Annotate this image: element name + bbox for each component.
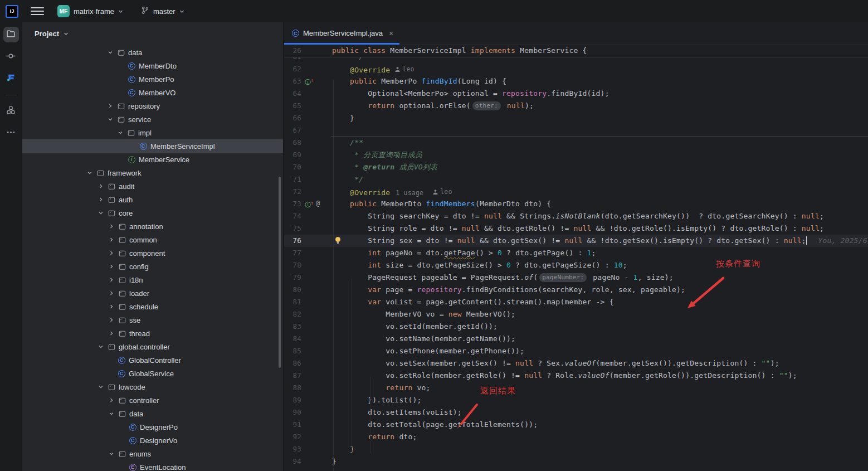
code-line-64[interactable]: 64 Optional<MemberPo> optional = reposit… <box>284 88 868 100</box>
tree-item-designervo[interactable]: CDesignerVo <box>22 434 283 447</box>
tree-item-sse[interactable]: sse <box>22 313 283 327</box>
code-line-87[interactable]: 87 vo.setRole(member.getRole() != null ?… <box>284 370 868 382</box>
tree-item-data[interactable]: data <box>22 46 283 59</box>
code-line-63[interactable]: 63I↑ public MemberPo findById(Long id) { <box>284 75 868 88</box>
tree-item-eventlocation[interactable]: EEventLocation <box>22 460 283 471</box>
project-tool-button[interactable] <box>3 27 19 42</box>
chevron-right-icon[interactable] <box>107 262 116 271</box>
usages-inlay[interactable]: 1 usage <box>396 189 423 197</box>
tree-item-auth[interactable]: auth <box>22 193 283 206</box>
code-line-74[interactable]: 74 String searchKey = dto != null && Str… <box>284 210 868 222</box>
hamburger-icon[interactable] <box>31 4 44 18</box>
tree-item-globalservice[interactable]: CGlobalService <box>22 367 283 380</box>
code-line-76[interactable]: 76 String sex = dto != null && dto.getSe… <box>284 235 868 247</box>
annotation-at-icon[interactable]: @ <box>316 200 320 207</box>
tree-item-i18n[interactable]: i18n <box>22 273 283 287</box>
code-line-75[interactable]: 75 String role = dto != null && dto.getR… <box>284 222 868 235</box>
code-line-84[interactable]: 84 vo.setName(member.getName()); <box>284 333 868 345</box>
code-line-79[interactable]: 79 PageRequest pageable = PageRequest.of… <box>284 271 868 284</box>
tree-item-repository[interactable]: repository <box>22 99 283 113</box>
chevron-down-icon[interactable] <box>107 449 116 458</box>
tree-item-schedule[interactable]: schedule <box>22 300 283 313</box>
tree-item-membervo[interactable]: CMemberVO <box>22 86 283 99</box>
code-line-88[interactable]: 88 return vo; <box>284 382 868 394</box>
chevron-down-icon[interactable] <box>106 48 115 57</box>
code-line-83[interactable]: 83 vo.setId(member.getId()); <box>284 321 868 333</box>
code-line-78[interactable]: 78 int size = dto.getPageSize() > 0 ? dt… <box>284 259 868 271</box>
chevron-down-icon[interactable] <box>106 115 115 124</box>
code-line-90[interactable]: 90 dto.setItems(voList); <box>284 406 868 419</box>
code-line-69[interactable]: 69 * 分页查询项目成员 <box>284 149 868 161</box>
tree-item-lowcode[interactable]: lowcode <box>22 380 283 394</box>
tree-item-config[interactable]: config <box>22 260 283 273</box>
tree-item-framework[interactable]: framework <box>22 166 283 179</box>
code-line-71[interactable]: 71 */ <box>284 173 868 186</box>
chevron-down-icon[interactable] <box>96 342 105 351</box>
tree-item-memberserviceimpl[interactable]: CMemberServiceImpl <box>22 139 283 153</box>
chevron-right-icon[interactable] <box>107 275 116 284</box>
code-line-91[interactable]: 91 dto.setTotal(page.getTotalElements())… <box>284 419 868 431</box>
chevron-right-icon[interactable] <box>107 302 116 311</box>
code-line-92[interactable]: 92 return dto; <box>284 431 868 443</box>
code-line-66[interactable]: 66 } <box>284 112 868 124</box>
tree-item-globalcontroller[interactable]: CGlobalController <box>22 353 283 367</box>
code-line-81[interactable]: 81 var voList = page.getContent().stream… <box>284 296 868 308</box>
tab-memberserviceimpl[interactable]: C MemberServiceImpl.java × <box>284 22 400 44</box>
tree-item-service[interactable]: service <box>22 113 283 126</box>
code-line-73[interactable]: 73I↑@ public MemberDto findMembers(Membe… <box>284 198 868 210</box>
more-tools-button[interactable] <box>3 125 19 141</box>
code-line-68[interactable]: 68 /** <box>284 137 868 149</box>
tree-item-controller[interactable]: controller <box>22 394 283 407</box>
tree-item-component[interactable]: component <box>22 246 283 260</box>
tree-item-loader[interactable]: loader <box>22 287 283 300</box>
overrides-icon[interactable]: I↑ <box>304 200 312 207</box>
tree-item-core[interactable]: core <box>22 206 283 220</box>
code-line-94[interactable]: 94} <box>284 455 868 468</box>
chevron-right-icon[interactable] <box>107 329 116 338</box>
chevron-right-icon[interactable] <box>96 195 105 204</box>
code-line-62[interactable]: 62 @Overrideleo <box>284 63 868 75</box>
tree-item-memberservice[interactable]: IMemberService <box>22 153 283 166</box>
chevron-right-icon[interactable] <box>107 222 116 231</box>
tree-item-thread[interactable]: thread <box>22 327 283 340</box>
code-editor[interactable]: 26public class MemberServiceImpl impleme… <box>284 45 868 471</box>
code-line-82[interactable]: 82 MemberVO vo = new MemberVO(); <box>284 308 868 321</box>
tree-item-global.controller[interactable]: global.controller <box>22 340 283 353</box>
structure-tool-button[interactable] <box>3 103 19 119</box>
chevron-right-icon[interactable] <box>107 315 116 324</box>
chevron-down-icon[interactable] <box>96 382 105 391</box>
sticky-line[interactable]: 26public class MemberServiceImpl impleme… <box>284 45 868 57</box>
tree-item-memberpo[interactable]: CMemberPo <box>22 72 283 86</box>
code-line-72[interactable]: 72 @Override1 usageleo <box>284 186 868 198</box>
vcs-branch-widget[interactable]: master <box>136 4 189 18</box>
project-scrollbar[interactable] <box>279 177 281 368</box>
code-line-85[interactable]: 85 vo.setPhone(member.getPhone()); <box>284 345 868 357</box>
tree-item-enums[interactable]: enums <box>22 447 283 460</box>
project-widget[interactable]: MF matrix-frame <box>53 3 128 20</box>
overrides-icon[interactable]: I↑ <box>304 77 312 85</box>
tree-item-impl[interactable]: impl <box>22 126 283 139</box>
chevron-right-icon[interactable] <box>96 182 105 191</box>
chevron-right-icon[interactable] <box>107 249 116 258</box>
chevron-right-icon[interactable] <box>107 289 116 298</box>
tree-item-common[interactable]: common <box>22 233 283 246</box>
code-line-89[interactable]: 89 }).toList(); <box>284 394 868 406</box>
tree-item-annotation[interactable]: annotation <box>22 220 283 233</box>
tree-item-memberdto[interactable]: CMemberDto <box>22 59 283 72</box>
tree-item-designerpo[interactable]: CDesignerPo <box>22 420 283 434</box>
project-panel-header[interactable]: Project <box>22 22 283 45</box>
chevron-down-icon[interactable] <box>85 168 94 177</box>
code-line-70[interactable]: 70 * @return 成员VO列表 <box>284 161 868 173</box>
code-line-61[interactable]: 61 */ <box>284 57 868 63</box>
code-line-86[interactable]: 86 vo.setSex(member.getSex() != null ? S… <box>284 357 868 370</box>
chevron-down-icon[interactable] <box>116 128 125 137</box>
chevron-right-icon[interactable] <box>106 101 115 110</box>
chevron-right-icon[interactable] <box>107 235 116 244</box>
code-line-77[interactable]: 77 int pageNo = dto.getPage() > 0 ? dto.… <box>284 247 868 259</box>
code-line-65[interactable]: 65 return optional.orElse(other: null); <box>284 100 868 112</box>
chevron-down-icon[interactable] <box>107 409 116 418</box>
chevron-down-icon[interactable] <box>96 208 105 217</box>
code-line-67[interactable]: 67 <box>284 124 868 137</box>
framework-plugin-button[interactable] <box>3 71 19 87</box>
code-line-93[interactable]: 93 } <box>284 443 868 455</box>
